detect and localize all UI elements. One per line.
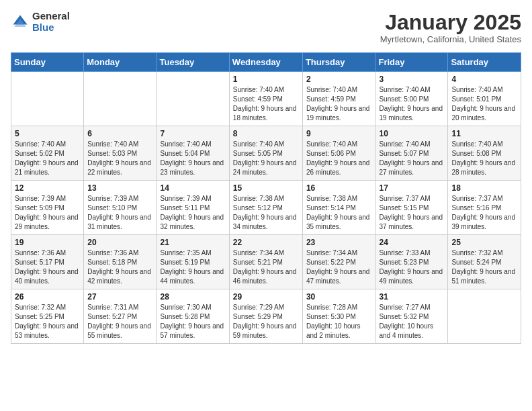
calendar-cell: 21Sunrise: 7:35 AMSunset: 5:19 PMDayligh… (157, 235, 229, 289)
day-info: Sunrise: 7:38 AMSunset: 5:12 PMDaylight:… (233, 194, 299, 232)
day-info: Sunrise: 7:39 AMSunset: 5:10 PMDaylight:… (87, 194, 152, 232)
day-info: Sunrise: 7:27 AMSunset: 5:32 PMDaylight:… (379, 303, 444, 340)
calendar-cell: 28Sunrise: 7:30 AMSunset: 5:28 PMDayligh… (157, 289, 229, 344)
calendar-cell (84, 72, 157, 126)
weekday-header-monday: Monday (84, 53, 157, 72)
calendar-cell: 22Sunrise: 7:34 AMSunset: 5:21 PMDayligh… (229, 235, 302, 289)
day-number: 1 (233, 75, 299, 84)
calendar-cell: 8Sunrise: 7:40 AMSunset: 5:05 PMDaylight… (229, 126, 302, 181)
day-info: Sunrise: 7:31 AMSunset: 5:27 PMDaylight:… (87, 303, 152, 340)
calendar-cell: 12Sunrise: 7:39 AMSunset: 5:09 PMDayligh… (11, 181, 84, 235)
calendar-cell: 4Sunrise: 7:40 AMSunset: 5:01 PMDaylight… (448, 72, 521, 126)
day-info: Sunrise: 7:38 AMSunset: 5:14 PMDaylight:… (306, 194, 372, 232)
day-info: Sunrise: 7:29 AMSunset: 5:29 PMDaylight:… (233, 303, 299, 340)
day-number: 7 (160, 129, 225, 138)
calendar-cell: 27Sunrise: 7:31 AMSunset: 5:27 PMDayligh… (84, 289, 157, 344)
day-number: 15 (233, 183, 299, 193)
day-info: Sunrise: 7:40 AMSunset: 5:06 PMDaylight:… (306, 140, 372, 177)
calendar-cell: 20Sunrise: 7:36 AMSunset: 5:18 PMDayligh… (84, 235, 157, 289)
day-number: 28 (160, 292, 225, 302)
day-info: Sunrise: 7:32 AMSunset: 5:24 PMDaylight:… (451, 248, 517, 286)
day-info: Sunrise: 7:36 AMSunset: 5:17 PMDaylight:… (15, 248, 80, 286)
weekday-header-tuesday: Tuesday (157, 53, 229, 72)
calendar-cell: 15Sunrise: 7:38 AMSunset: 5:12 PMDayligh… (229, 181, 302, 235)
day-info: Sunrise: 7:40 AMSunset: 5:03 PMDaylight:… (87, 140, 152, 177)
day-info: Sunrise: 7:34 AMSunset: 5:21 PMDaylight:… (233, 248, 299, 286)
calendar-cell: 31Sunrise: 7:27 AMSunset: 5:32 PMDayligh… (375, 289, 448, 344)
calendar-week-row: 1Sunrise: 7:40 AMSunset: 4:59 PMDaylight… (11, 72, 521, 126)
calendar-cell: 7Sunrise: 7:40 AMSunset: 5:04 PMDaylight… (157, 126, 229, 181)
day-number: 20 (87, 238, 152, 247)
logo-text: General Blue (32, 11, 70, 33)
month-title: January 2025 (380, 11, 521, 34)
day-number: 16 (306, 183, 372, 193)
calendar-cell: 11Sunrise: 7:40 AMSunset: 5:08 PMDayligh… (448, 126, 521, 181)
day-number: 21 (160, 238, 225, 247)
calendar-week-row: 12Sunrise: 7:39 AMSunset: 5:09 PMDayligh… (11, 181, 521, 235)
day-info: Sunrise: 7:37 AMSunset: 5:16 PMDaylight:… (451, 194, 517, 232)
weekday-header-friday: Friday (375, 53, 448, 72)
calendar-week-row: 26Sunrise: 7:32 AMSunset: 5:25 PMDayligh… (11, 289, 521, 344)
day-info: Sunrise: 7:28 AMSunset: 5:30 PMDaylight:… (306, 303, 372, 340)
day-info: Sunrise: 7:40 AMSunset: 5:00 PMDaylight:… (379, 85, 444, 123)
day-info: Sunrise: 7:40 AMSunset: 4:59 PMDaylight:… (233, 85, 299, 123)
day-info: Sunrise: 7:40 AMSunset: 5:08 PMDaylight:… (451, 140, 517, 177)
day-number: 31 (379, 292, 444, 302)
calendar-week-row: 19Sunrise: 7:36 AMSunset: 5:17 PMDayligh… (11, 235, 521, 289)
day-number: 8 (233, 129, 299, 138)
logo-icon (11, 13, 30, 32)
day-number: 11 (451, 129, 517, 138)
day-number: 23 (306, 238, 372, 247)
day-number: 3 (379, 75, 444, 84)
day-info: Sunrise: 7:35 AMSunset: 5:19 PMDaylight:… (160, 248, 225, 286)
day-info: Sunrise: 7:40 AMSunset: 5:04 PMDaylight:… (160, 140, 225, 177)
calendar-cell: 18Sunrise: 7:37 AMSunset: 5:16 PMDayligh… (448, 181, 521, 235)
day-number: 9 (306, 129, 372, 138)
day-info: Sunrise: 7:40 AMSunset: 4:59 PMDaylight:… (306, 85, 372, 123)
calendar-cell: 6Sunrise: 7:40 AMSunset: 5:03 PMDaylight… (84, 126, 157, 181)
weekday-header-saturday: Saturday (448, 53, 521, 72)
calendar-cell: 19Sunrise: 7:36 AMSunset: 5:17 PMDayligh… (11, 235, 84, 289)
calendar-cell: 16Sunrise: 7:38 AMSunset: 5:14 PMDayligh… (302, 181, 375, 235)
calendar-cell: 24Sunrise: 7:33 AMSunset: 5:23 PMDayligh… (375, 235, 448, 289)
day-number: 10 (379, 129, 444, 138)
day-number: 30 (306, 292, 372, 302)
day-number: 29 (233, 292, 299, 302)
calendar-cell (157, 72, 229, 126)
weekday-header-row: SundayMondayTuesdayWednesdayThursdayFrid… (11, 53, 521, 72)
day-info: Sunrise: 7:40 AMSunset: 5:07 PMDaylight:… (379, 140, 444, 177)
logo-general-text: General (32, 11, 70, 22)
day-number: 18 (451, 183, 517, 193)
calendar-week-row: 5Sunrise: 7:40 AMSunset: 5:02 PMDaylight… (11, 126, 521, 181)
day-info: Sunrise: 7:40 AMSunset: 5:02 PMDaylight:… (15, 140, 80, 177)
calendar-cell: 23Sunrise: 7:34 AMSunset: 5:22 PMDayligh… (302, 235, 375, 289)
weekday-header-thursday: Thursday (302, 53, 375, 72)
weekday-header-wednesday: Wednesday (229, 53, 302, 72)
calendar-cell: 14Sunrise: 7:39 AMSunset: 5:11 PMDayligh… (157, 181, 229, 235)
location-text: Myrtletown, California, United States (380, 34, 521, 44)
title-block: January 2025 Myrtletown, California, Uni… (380, 11, 521, 44)
calendar-cell: 25Sunrise: 7:32 AMSunset: 5:24 PMDayligh… (448, 235, 521, 289)
calendar-cell: 9Sunrise: 7:40 AMSunset: 5:06 PMDaylight… (302, 126, 375, 181)
day-info: Sunrise: 7:40 AMSunset: 5:01 PMDaylight:… (451, 85, 517, 123)
day-info: Sunrise: 7:36 AMSunset: 5:18 PMDaylight:… (87, 248, 152, 286)
calendar-cell: 13Sunrise: 7:39 AMSunset: 5:10 PMDayligh… (84, 181, 157, 235)
day-number: 6 (87, 129, 152, 138)
day-info: Sunrise: 7:39 AMSunset: 5:11 PMDaylight:… (160, 194, 225, 232)
day-info: Sunrise: 7:39 AMSunset: 5:09 PMDaylight:… (15, 194, 80, 232)
calendar-cell (448, 289, 521, 344)
calendar-table: SundayMondayTuesdayWednesdayThursdayFrid… (11, 52, 521, 344)
day-number: 27 (87, 292, 152, 302)
day-info: Sunrise: 7:40 AMSunset: 5:05 PMDaylight:… (233, 140, 299, 177)
day-number: 19 (15, 238, 80, 247)
calendar-cell: 10Sunrise: 7:40 AMSunset: 5:07 PMDayligh… (375, 126, 448, 181)
logo: General Blue (11, 11, 70, 33)
day-info: Sunrise: 7:37 AMSunset: 5:15 PMDaylight:… (379, 194, 444, 232)
day-number: 13 (87, 183, 152, 193)
day-number: 25 (451, 238, 517, 247)
calendar-cell: 3Sunrise: 7:40 AMSunset: 5:00 PMDaylight… (375, 72, 448, 126)
weekday-header-sunday: Sunday (11, 53, 84, 72)
day-info: Sunrise: 7:30 AMSunset: 5:28 PMDaylight:… (160, 303, 225, 340)
day-info: Sunrise: 7:32 AMSunset: 5:25 PMDaylight:… (15, 303, 80, 340)
day-number: 22 (233, 238, 299, 247)
